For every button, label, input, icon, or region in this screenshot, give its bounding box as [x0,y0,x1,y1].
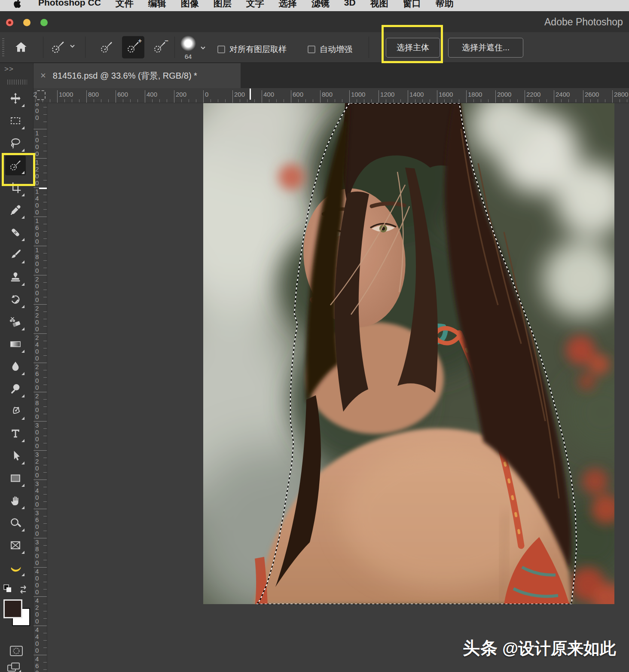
h-ruler-tick [495,90,496,103]
brush-tool[interactable] [5,245,26,265]
menu-item-2[interactable]: 编辑 [141,0,174,9]
menu-item-9[interactable]: 视图 [363,0,396,9]
home-button[interactable] [11,37,31,57]
brush-picker[interactable] [180,36,196,51]
foreground-color-swatch[interactable] [3,599,22,618]
v-ruler-minor-tick [43,648,47,648]
rectangle-tool[interactable] [5,468,26,488]
select-subject-button[interactable]: 选择主体 [386,38,440,58]
menu-item-5[interactable]: 文字 [239,0,272,9]
h-ruler-minor-tick [452,99,452,102]
v-ruler-minor-tick [43,107,47,107]
crop-tool[interactable] [5,178,26,198]
vertical-ruler[interactable]: 8 0 01 0 0 01 2 0 01 4 0 01 6 0 01 8 0 0… [34,103,47,672]
document-tab[interactable]: × 814516.psd @ 33.6% (背景, RGB/8) * [34,63,241,88]
new-selection-button[interactable] [95,36,118,58]
v-ruler-minor-tick [43,487,47,487]
auto-enhance-checkbox[interactable]: 自动增强 [308,44,352,55]
menu-item-7[interactable]: 滤镜 [304,0,337,9]
h-ruler-tick [437,90,437,103]
zoom-tool[interactable] [5,513,26,533]
pen-tool[interactable] [5,401,26,421]
menu-item-4[interactable]: 图层 [206,0,239,9]
h-ruler-label: 1400 [409,91,424,98]
v-ruler-label: 3 8 0 0 [35,539,39,566]
tools-panel-grip[interactable] [7,79,27,85]
h-ruler-minor-tick [298,99,299,102]
history-brush-tool[interactable] [5,290,26,309]
v-ruler-minor-tick [43,209,47,210]
h-ruler-label: 2200 [526,91,540,98]
h-ruler-minor-tick [627,99,627,102]
rectangular-marquee-tool[interactable] [5,111,26,131]
default-colors-widget[interactable] [3,584,31,595]
brush-picker-chevron[interactable] [200,46,206,50]
v-ruler-minor-tick [43,399,47,400]
quick-mask-button[interactable] [8,644,25,658]
path-selection-tool[interactable] [5,446,26,466]
apple-icon[interactable] [13,0,21,9]
menu-item-1[interactable]: 文件 [108,0,141,9]
h-ruler-minor-tick [444,99,445,102]
ruler-origin-icon[interactable] [36,90,46,100]
quick-selection-tool[interactable] [5,156,26,175]
document-canvas[interactable]: 头条@设计原来如此 [47,103,629,672]
h-ruler-minor-tick [50,99,50,102]
select-and-mask-button[interactable]: 选择并遮住... [448,38,523,58]
h-ruler-minor-tick [335,99,335,102]
ruler-cursor-indicator [250,89,251,100]
v-ruler-minor-tick [43,545,47,546]
menu-item-11[interactable]: 帮助 [428,0,461,9]
lasso-tool[interactable] [5,133,26,153]
tool-preset-chevron[interactable] [70,44,75,48]
h-ruler-minor-tick [430,99,430,102]
type-tool[interactable] [5,424,26,443]
minus-badge: − [165,37,168,44]
sample-all-layers-checkbox[interactable]: 对所有图层取样 [217,44,287,55]
horizontal-ruler[interactable]: 1200100080060040020002004006008001000120… [34,88,629,103]
subtract-from-selection-button[interactable]: − [149,36,171,58]
zoom-icon [9,517,21,529]
move-tool[interactable] [5,89,26,108]
v-ruler-minor-tick [43,355,47,356]
eyedropper-tool[interactable] [5,200,26,220]
h-ruler-tick [583,90,583,103]
photo-document[interactable] [203,103,614,604]
h-ruler-minor-tick [510,99,510,102]
swap-colors-icon[interactable] [21,586,26,593]
menu-item-8[interactable]: 3D [337,0,363,9]
v-ruler-minor-tick [43,472,47,473]
h-ruler-minor-tick [357,99,357,102]
tool-preset-button[interactable] [48,37,68,57]
h-ruler-minor-tick [269,99,269,102]
zoom-window-button[interactable] [40,19,48,26]
options-bar-grip [2,38,4,57]
close-tab-icon[interactable]: × [40,70,46,81]
frame-tool[interactable] [5,535,26,555]
gradient-tool[interactable] [5,334,26,354]
v-ruler-minor-tick [43,122,47,122]
menu-item-6[interactable]: 选择 [272,0,304,9]
dodge-tool[interactable] [5,379,26,399]
v-ruler-label: 4 2 0 0 [35,597,39,625]
v-ruler-minor-tick [43,151,47,151]
collapse-tools-button[interactable]: >> [4,65,14,73]
menu-item-3[interactable]: 图像 [174,0,206,9]
close-window-button[interactable] [6,19,13,26]
v-ruler-minor-tick [43,114,47,115]
h-ruler-minor-tick [605,99,605,102]
minimize-window-button[interactable] [23,19,31,26]
eraser-tool[interactable] [5,312,26,332]
v-ruler-label: 3 4 0 0 [35,480,39,508]
screen-mode-button[interactable] [5,660,22,672]
menu-item-10[interactable]: 窗口 [396,0,428,9]
add-to-selection-button[interactable]: + [122,36,144,58]
spot-healing-brush-tool[interactable] [5,223,26,242]
eraser-icon [9,316,21,328]
hand-tool[interactable] [5,491,26,510]
blur-tool[interactable] [5,357,26,376]
clone-stamp-tool[interactable] [5,267,26,287]
banana-tool[interactable] [5,558,26,577]
h-ruler-minor-tick [211,99,211,102]
app-menu-name[interactable]: Photoshop CC [31,0,108,9]
